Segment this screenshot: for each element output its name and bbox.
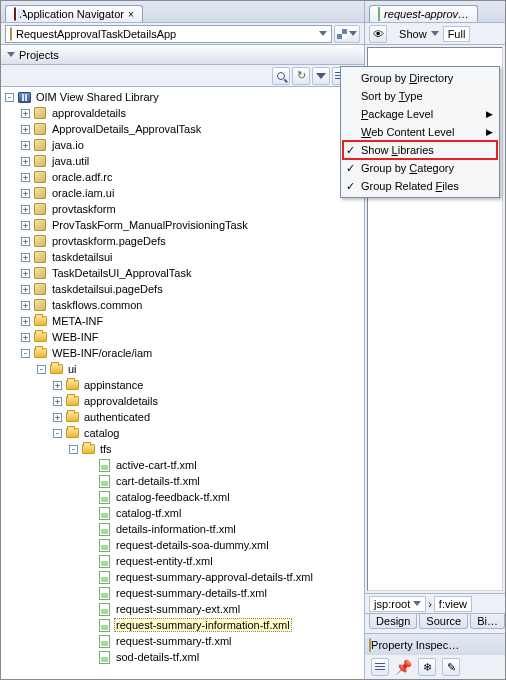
tree-node[interactable]: +authenticated xyxy=(1,409,364,425)
expand-icon[interactable]: + xyxy=(21,253,30,262)
tree-node[interactable]: +taskflows.common xyxy=(1,297,364,313)
prop-button-1[interactable] xyxy=(371,658,389,676)
pin-icon[interactable]: 📌 xyxy=(395,659,412,675)
tab-bindings[interactable]: Bi… xyxy=(470,614,505,629)
tree-node[interactable]: active-cart-tf.xml xyxy=(1,457,364,473)
tree-node[interactable]: -ui xyxy=(1,361,364,377)
tree-node[interactable]: +provtaskform xyxy=(1,201,364,217)
tree-node[interactable]: -tfs xyxy=(1,441,364,457)
collapse-icon[interactable]: - xyxy=(5,93,14,102)
folder-icon xyxy=(65,378,79,392)
refresh-button[interactable]: ↻ xyxy=(292,67,310,85)
folder-icon xyxy=(49,362,63,376)
tree-node[interactable]: +approvaldetails xyxy=(1,105,364,121)
tree-node[interactable]: +TaskDetailsUI_ApprovalTask xyxy=(1,265,364,281)
pkg-icon xyxy=(33,298,47,312)
eye-button[interactable]: 👁 xyxy=(369,25,387,43)
tree-node[interactable]: +ApprovalDetails_ApprovalTask xyxy=(1,121,364,137)
menu-item[interactable]: ✓Show Libraries xyxy=(343,141,497,159)
expand-icon[interactable]: + xyxy=(21,237,30,246)
menu-item[interactable]: ✓Group by Category xyxy=(343,159,497,177)
tab-design[interactable]: Design xyxy=(369,614,417,629)
tree-node-label: provtaskform.pageDefs xyxy=(50,235,168,247)
collapse-icon[interactable]: - xyxy=(37,365,46,374)
expand-icon[interactable]: + xyxy=(21,205,30,214)
tree-node-label: tfs xyxy=(98,443,114,455)
application-selector[interactable]: RequestApprovalTaskDetailsApp xyxy=(5,25,332,43)
tree-node-label: request-summary-details-tf.xml xyxy=(114,587,269,599)
expand-icon[interactable]: + xyxy=(21,173,30,182)
menu-item[interactable]: Sort by Type xyxy=(343,87,497,105)
expand-icon[interactable]: + xyxy=(21,157,30,166)
menu-item[interactable]: Web Content Level▶ xyxy=(343,123,497,141)
tree-node[interactable]: +WEB-INF xyxy=(1,329,364,345)
tree-node[interactable]: +ProvTaskForm_ManualProvisioningTask xyxy=(1,217,364,233)
tree-node[interactable]: +java.io xyxy=(1,137,364,153)
collapse-icon[interactable]: - xyxy=(53,429,62,438)
menu-item[interactable]: Package Level▶ xyxy=(343,105,497,123)
expand-icon[interactable]: + xyxy=(21,125,30,134)
tree-node[interactable]: catalog-tf.xml xyxy=(1,505,364,521)
close-icon[interactable]: × xyxy=(128,9,134,20)
filter-button[interactable] xyxy=(312,67,330,85)
tab-source[interactable]: Source xyxy=(419,614,468,629)
breadcrumb-segment[interactable]: f:view xyxy=(434,596,472,612)
prop-button-3[interactable]: ✎ xyxy=(442,658,460,676)
expand-icon[interactable]: + xyxy=(21,301,30,310)
expand-icon[interactable]: + xyxy=(21,189,30,198)
collapse-icon[interactable]: - xyxy=(21,349,30,358)
projects-toolbar: ↻ xyxy=(1,65,364,87)
tree-node[interactable]: request-summary-tf.xml xyxy=(1,633,364,649)
tree-node[interactable]: sod-details-tf.xml xyxy=(1,649,364,665)
tree-node[interactable]: +oracle.iam.ui xyxy=(1,185,364,201)
expand-icon[interactable]: + xyxy=(21,333,30,342)
menu-item-label: Group by Category xyxy=(361,162,454,174)
tree-node[interactable]: -WEB-INF/oracle/iam xyxy=(1,345,364,361)
tree-node[interactable]: details-information-tf.xml xyxy=(1,521,364,537)
tree-node[interactable]: +appinstance xyxy=(1,377,364,393)
pkg-icon xyxy=(33,122,47,136)
tree-node[interactable]: request-summary-details-tf.xml xyxy=(1,585,364,601)
application-icon xyxy=(10,28,12,40)
expand-icon[interactable]: + xyxy=(21,285,30,294)
expand-icon[interactable]: + xyxy=(21,221,30,230)
expand-icon[interactable]: + xyxy=(21,141,30,150)
expand-icon[interactable]: + xyxy=(53,397,62,406)
tree-node[interactable]: +taskdetailsui xyxy=(1,249,364,265)
tree-node[interactable]: +META-INF xyxy=(1,313,364,329)
collapse-icon[interactable]: - xyxy=(69,445,78,454)
chevron-down-icon[interactable] xyxy=(431,31,439,36)
tree-node[interactable]: +taskdetailsui.pageDefs xyxy=(1,281,364,297)
tree-node[interactable]: request-entity-tf.xml xyxy=(1,553,364,569)
projects-header-label: Projects xyxy=(19,49,59,61)
tree-node[interactable]: +oracle.adf.rc xyxy=(1,169,364,185)
expand-icon[interactable]: + xyxy=(53,413,62,422)
tree-node[interactable]: -OIM View Shared Library xyxy=(1,89,364,105)
expand-icon[interactable]: + xyxy=(21,317,30,326)
projects-tree[interactable]: -OIM View Shared Library+approvaldetails… xyxy=(1,87,364,679)
tree-node[interactable]: catalog-feedback-tf.xml xyxy=(1,489,364,505)
breadcrumb-segment[interactable]: jsp:root xyxy=(369,596,426,612)
tree-node[interactable]: +approvaldetails xyxy=(1,393,364,409)
tree-node[interactable]: cart-details-tf.xml xyxy=(1,473,364,489)
prop-button-2[interactable]: ❄ xyxy=(418,658,436,676)
expand-icon[interactable]: + xyxy=(53,381,62,390)
projects-section-header[interactable]: Projects xyxy=(1,45,364,65)
tree-node[interactable]: request-summary-approval-details-tf.xml xyxy=(1,569,364,585)
tree-node[interactable]: +java.util xyxy=(1,153,364,169)
menu-item[interactable]: Group by Directory xyxy=(343,69,497,87)
tree-node[interactable]: request-summary-ext.xml xyxy=(1,601,364,617)
menu-item[interactable]: ✓Group Related Files xyxy=(343,177,497,195)
tree-node[interactable]: request-details-soa-dummy.xml xyxy=(1,537,364,553)
application-navigator-tab[interactable]: Application Navigator × xyxy=(5,5,143,22)
view-mode-selector[interactable]: Full xyxy=(443,26,471,42)
expand-icon[interactable]: + xyxy=(21,109,30,118)
search-button[interactable] xyxy=(272,67,290,85)
app-selector-options[interactable] xyxy=(334,25,360,43)
expand-icon[interactable]: + xyxy=(21,269,30,278)
tree-node[interactable]: -catalog xyxy=(1,425,364,441)
editor-tab[interactable]: request-approv… xyxy=(369,5,478,22)
tree-node[interactable]: +provtaskform.pageDefs xyxy=(1,233,364,249)
tree-node[interactable]: request-summary-information-tf.xml xyxy=(1,617,364,633)
property-inspector-header[interactable]: Property Inspec… xyxy=(365,633,505,655)
